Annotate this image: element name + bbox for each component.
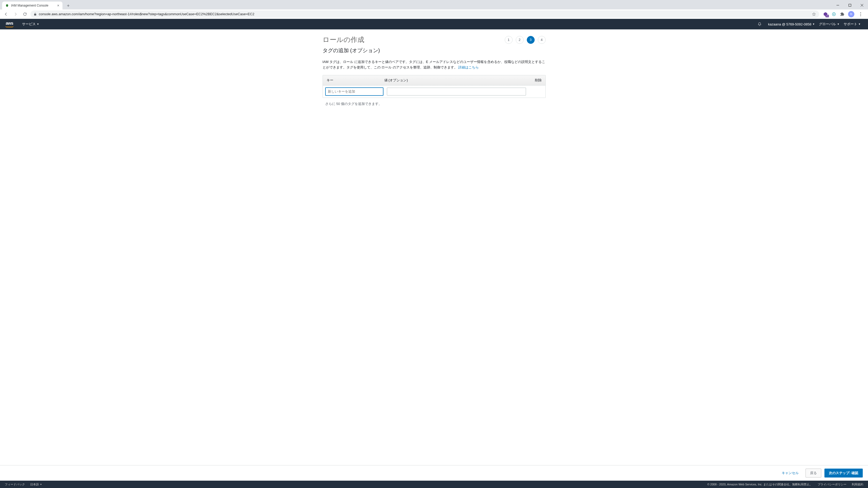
- svg-point-6: [860, 12, 861, 13]
- lock-icon: [34, 12, 37, 16]
- browser-menu-icon[interactable]: [858, 12, 864, 16]
- notifications-bell-icon[interactable]: [757, 22, 762, 26]
- extensions-menu-icon[interactable]: [840, 11, 845, 17]
- window-maximize-button[interactable]: [844, 1, 856, 9]
- title-row: ロールの作成 1 2 3 4: [322, 35, 546, 44]
- copyright-text: © 2008 - 2020, Amazon Web Services, Inc.…: [707, 483, 812, 486]
- svg-point-5: [833, 14, 834, 15]
- svg-point-8: [860, 15, 861, 16]
- address-row: console.aws.amazon.com/iam/home?region=a…: [0, 9, 868, 19]
- next-button[interactable]: 次のステップ: 確認: [825, 468, 863, 478]
- caret-down-icon: ▼: [37, 23, 39, 26]
- support-menu[interactable]: サポート ▼: [841, 22, 863, 27]
- extension-icons: 13 h: [821, 11, 866, 17]
- wizard-action-bar: キャンセル 戻る 次のステップ: 確認: [0, 465, 868, 481]
- tag-row: [323, 86, 546, 98]
- account-menu[interactable]: kazaana @ 5769-5092-0858 ▼: [766, 22, 817, 26]
- caret-down-icon: ▼: [858, 23, 861, 26]
- language-label: 日本語: [30, 483, 39, 486]
- step-4[interactable]: 4: [538, 36, 546, 44]
- nav-reload-button[interactable]: [21, 10, 29, 18]
- page-body: ロールの作成 1 2 3 4 タグの追加 (オプション) IAM タグは、ロール…: [0, 29, 868, 488]
- column-header-key: キー: [327, 78, 384, 83]
- url-text: console.aws.amazon.com/iam/home?region=a…: [39, 12, 810, 16]
- step-1[interactable]: 1: [505, 36, 513, 44]
- feedback-link[interactable]: フィードバック: [5, 483, 25, 486]
- aws-console-header: aws サービス ▼ kazaana @ 5769-5092-0858 ▼ グロ…: [0, 19, 868, 29]
- main-content: ロールの作成 1 2 3 4 タグの追加 (オプション) IAM タグは、ロール…: [322, 29, 546, 117]
- cancel-button[interactable]: キャンセル: [778, 469, 802, 477]
- profile-avatar[interactable]: h: [848, 11, 854, 17]
- page-title: ロールの作成: [322, 35, 364, 44]
- learn-more-link[interactable]: 詳細はこちら: [458, 65, 479, 69]
- bookmark-star-icon[interactable]: [812, 12, 816, 16]
- caret-down-icon: ▼: [837, 23, 839, 26]
- services-label: サービス: [22, 22, 36, 27]
- tab-close-icon[interactable]: ×: [57, 3, 59, 8]
- browser-tab[interactable]: IAM Management Console ×: [2, 2, 62, 9]
- svg-rect-1: [849, 4, 851, 6]
- terms-link[interactable]: 利用規約: [852, 483, 863, 486]
- extension-shopping-icon[interactable]: 13: [823, 11, 828, 17]
- support-label: サポート: [844, 22, 857, 27]
- tag-value-input[interactable]: [387, 88, 526, 96]
- description-text: IAM タグは、ロール に追加できるキーと値のペアです。タグには、E メールアド…: [322, 59, 546, 70]
- region-menu[interactable]: グローバル ▼: [817, 22, 841, 27]
- section-subtitle: タグの追加 (オプション): [322, 47, 546, 54]
- window-minimize-button[interactable]: [832, 1, 844, 9]
- remaining-tags-note: さらに 50 個のタグを追加できます。: [322, 98, 546, 106]
- nav-forward-button[interactable]: [11, 10, 20, 18]
- language-selector[interactable]: 日本語 ▼: [30, 483, 42, 486]
- tag-key-input[interactable]: [326, 88, 383, 96]
- account-label: kazaana @ 5769-5092-0858: [768, 22, 811, 26]
- aws-favicon-icon: [5, 4, 9, 7]
- svg-point-7: [860, 14, 861, 14]
- browser-chrome: IAM Management Console × + console.aws.a…: [0, 0, 868, 19]
- tab-title: IAM Management Console: [11, 4, 55, 7]
- wizard-steps: 1 2 3 4: [505, 36, 546, 44]
- description-body: IAM タグは、ロール に追加できるキーと値のペアです。タグには、E メールアド…: [322, 60, 546, 69]
- extension-help-icon[interactable]: [831, 11, 837, 17]
- caret-down-icon: ▼: [812, 23, 815, 26]
- services-menu[interactable]: サービス ▼: [20, 22, 41, 27]
- feedback-label: フィードバック: [5, 483, 25, 486]
- nav-back-button[interactable]: [2, 10, 10, 18]
- back-button[interactable]: 戻る: [806, 468, 821, 478]
- tab-strip: IAM Management Console × +: [0, 0, 868, 9]
- extension-badge: 13: [826, 15, 829, 17]
- column-header-delete: 削除: [529, 78, 542, 83]
- aws-logo[interactable]: aws: [5, 21, 14, 27]
- window-close-button[interactable]: [856, 1, 868, 9]
- new-tab-button[interactable]: +: [65, 2, 72, 9]
- column-header-value: 値 (オプション): [384, 78, 529, 83]
- tags-table: キー 値 (オプション) 削除: [322, 75, 546, 98]
- caret-down-icon: ▼: [40, 483, 42, 486]
- aws-console-footer: フィードバック 日本語 ▼ © 2008 - 2020, Amazon Web …: [0, 481, 868, 488]
- step-3[interactable]: 3: [527, 36, 535, 44]
- privacy-link[interactable]: プライバシーポリシー: [817, 483, 846, 486]
- tags-table-header: キー 値 (オプション) 削除: [323, 75, 546, 86]
- address-bar[interactable]: console.aws.amazon.com/iam/home?region=a…: [30, 10, 819, 18]
- step-2[interactable]: 2: [516, 36, 524, 44]
- region-label: グローバル: [819, 22, 836, 27]
- window-controls: [832, 1, 868, 9]
